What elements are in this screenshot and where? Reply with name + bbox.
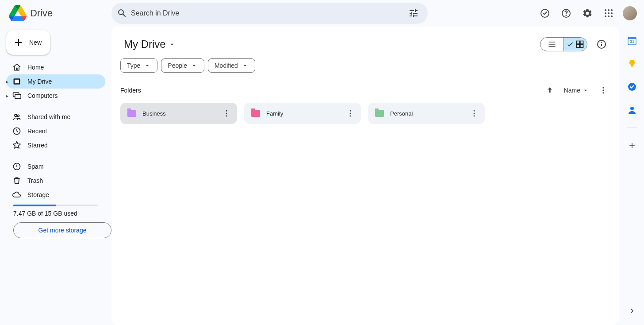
shared-icon	[12, 112, 21, 121]
search-input[interactable]	[131, 9, 405, 17]
caret-down-icon	[169, 41, 176, 48]
sidebar-item-computers[interactable]: ▸Computers	[6, 89, 105, 103]
filter-chip-type[interactable]: Type	[120, 58, 157, 73]
expand-icon[interactable]: ▸	[6, 93, 12, 98]
arrow-up-icon	[545, 86, 554, 95]
sort-by-label: Name	[564, 87, 580, 94]
svg-rect-15	[15, 95, 21, 99]
svg-point-28	[602, 92, 604, 93]
more-vert-icon	[470, 109, 479, 118]
svg-point-36	[474, 113, 475, 114]
account-avatar[interactable]	[623, 6, 637, 20]
sidebar-item-label: Recent	[27, 128, 47, 135]
sidepanel-calendar[interactable]: 31	[623, 32, 641, 50]
section-label: Folders	[120, 87, 141, 94]
sidebar-item-label: Spam	[27, 163, 44, 170]
new-button-label: New	[29, 39, 42, 46]
content-area: My Drive TypePeopleModifi	[111, 27, 619, 325]
list-view-button[interactable]	[540, 38, 564, 51]
logo-area[interactable]: Drive	[5, 4, 111, 22]
contacts-icon	[628, 105, 636, 114]
folder-menu-button[interactable]	[343, 106, 357, 120]
grid-view-button[interactable]	[564, 38, 587, 51]
computers-icon	[12, 91, 21, 100]
folder-menu-button[interactable]	[467, 106, 481, 120]
svg-point-31	[226, 115, 227, 116]
svg-point-35	[474, 110, 475, 112]
sidebar-item-label: My Drive	[27, 78, 52, 85]
svg-rect-39	[628, 37, 636, 39]
caret-down-icon	[242, 62, 249, 69]
sidebar-item-recent[interactable]: Recent	[6, 124, 105, 138]
get-more-storage-button[interactable]: Get more storage	[13, 222, 111, 238]
sidepanel-tasks[interactable]	[623, 78, 641, 96]
sidebar-item-home[interactable]: Home	[6, 60, 105, 74]
folder-menu-button[interactable]	[219, 106, 234, 120]
svg-point-16	[15, 114, 17, 116]
svg-point-17	[17, 115, 19, 116]
svg-point-10	[608, 15, 610, 17]
spam-icon	[12, 162, 21, 171]
sidebar-item-shared[interactable]: Shared with me	[6, 110, 105, 124]
grid-icon	[575, 40, 584, 49]
more-vert-icon	[222, 109, 231, 118]
calendar-icon: 31	[628, 36, 636, 45]
sidebar-item-label: Computers	[27, 92, 58, 99]
svg-point-30	[226, 113, 227, 114]
sort-direction-button[interactable]	[543, 83, 557, 97]
sidebar-item-spam[interactable]: Spam	[6, 159, 105, 174]
folder-icon	[251, 110, 260, 117]
caret-down-icon	[191, 62, 198, 69]
svg-point-29	[226, 110, 227, 112]
storage-text: 7.47 GB of 15 GB used	[13, 210, 98, 217]
svg-point-34	[350, 115, 351, 116]
sort-by-button[interactable]: Name	[560, 85, 593, 96]
svg-point-37	[474, 115, 475, 116]
sidepanel-contacts[interactable]	[623, 101, 641, 119]
sidepanel-add[interactable]	[623, 137, 641, 155]
new-button[interactable]: New	[6, 30, 50, 55]
support-button[interactable]	[557, 4, 575, 22]
apps-button[interactable]	[600, 4, 617, 22]
search-icon	[117, 8, 127, 19]
search-options-button[interactable]	[405, 4, 422, 22]
sidebar-item-label: Starred	[27, 142, 48, 149]
recent-icon	[12, 127, 21, 135]
svg-rect-41	[631, 66, 633, 67]
svg-rect-13	[15, 80, 19, 83]
folder-card[interactable]: Family	[244, 103, 361, 124]
svg-point-9	[605, 15, 606, 17]
svg-point-4	[608, 9, 610, 11]
ready-offline-button[interactable]	[536, 4, 554, 22]
folder-icon	[127, 110, 136, 117]
sidebar-item-trash[interactable]: Trash	[6, 174, 105, 188]
folder-card[interactable]: Business	[120, 103, 237, 124]
sidebar-item-drive[interactable]: ▸My Drive	[6, 74, 105, 89]
sidebar-item-storage[interactable]: Storage	[6, 188, 105, 202]
trash-icon	[12, 176, 21, 185]
folder-icon	[375, 110, 384, 117]
svg-point-6	[605, 12, 606, 14]
svg-point-11	[611, 15, 613, 17]
location-title[interactable]: My Drive	[120, 36, 179, 52]
svg-point-32	[350, 110, 351, 112]
svg-text:31: 31	[629, 39, 634, 44]
expand-icon[interactable]: ▸	[6, 79, 12, 84]
settings-button[interactable]	[579, 4, 596, 22]
sidepanel-collapse[interactable]	[623, 302, 641, 320]
details-button[interactable]	[593, 35, 610, 53]
search-bar[interactable]	[111, 3, 428, 24]
folder-card[interactable]: Personal	[368, 103, 485, 124]
sidepanel-keep[interactable]	[623, 55, 641, 73]
storage-bar	[13, 205, 98, 206]
info-icon	[596, 39, 607, 50]
svg-point-33	[350, 113, 351, 114]
more-options-button[interactable]	[596, 83, 610, 97]
filter-chip-modified[interactable]: Modified	[208, 58, 255, 73]
sidebar-item-starred[interactable]: Starred	[6, 138, 105, 152]
more-vert-icon	[599, 86, 608, 95]
filter-chip-people[interactable]: People	[161, 58, 204, 73]
drive-icon	[12, 77, 21, 86]
svg-point-2	[566, 15, 567, 15]
svg-point-8	[611, 12, 613, 14]
